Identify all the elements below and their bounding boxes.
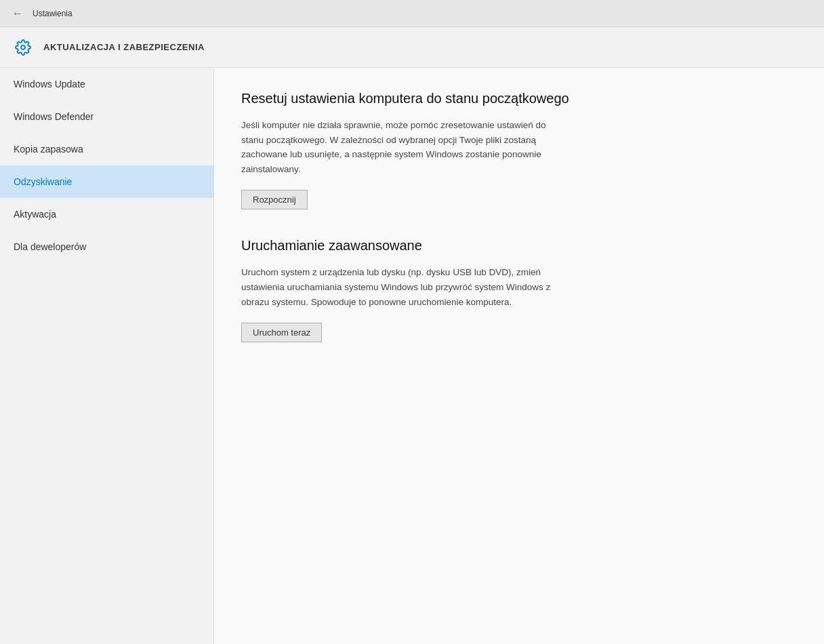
title-bar: ← Ustawienia <box>0 0 824 27</box>
sidebar-label-odzyskiwanie: Odzyskiwanie <box>14 176 72 187</box>
section-reset-description: Jeśli komputer nie działa sprawnie, może… <box>241 118 553 176</box>
content-area: Resetuj ustawienia komputera do stanu po… <box>214 68 824 644</box>
header-title: AKTUALIZACJA I ZABEZPIECZENIA <box>43 42 205 52</box>
section-advanced-description: Uruchom system z urządzenia lub dysku (n… <box>241 265 553 309</box>
sidebar-item-kopia-zapasowa[interactable]: Kopia zapasowa <box>0 133 213 165</box>
sidebar-label-aktywacja: Aktywacja <box>14 209 56 220</box>
back-button[interactable]: ← <box>8 4 27 23</box>
svg-point-0 <box>21 45 25 49</box>
back-arrow-icon: ← <box>12 7 23 20</box>
sidebar-item-dla-deweloperow[interactable]: Dla deweloperów <box>0 230 213 263</box>
title-bar-text: Ustawienia <box>33 9 73 18</box>
sidebar-item-windows-defender[interactable]: Windows Defender <box>0 100 213 133</box>
rozpocznij-button[interactable]: Rozpocznij <box>241 190 308 209</box>
sidebar-item-odzyskiwanie[interactable]: Odzyskiwanie <box>0 165 213 198</box>
sidebar-label-dla-deweloperow: Dla deweloperów <box>14 241 86 252</box>
sidebar-label-windows-update: Windows Update <box>14 79 85 89</box>
section-reset: Resetuj ustawienia komputera do stanu po… <box>241 89 797 209</box>
sidebar: Windows Update Windows Defender Kopia za… <box>0 68 214 644</box>
sidebar-item-windows-update[interactable]: Windows Update <box>0 68 213 100</box>
section-advanced-startup: Uruchamianie zaawansowane Uruchom system… <box>241 237 797 342</box>
sidebar-label-windows-defender: Windows Defender <box>14 111 94 122</box>
section-advanced-title: Uruchamianie zaawansowane <box>241 237 797 254</box>
main-layout: Windows Update Windows Defender Kopia za… <box>0 68 824 644</box>
sidebar-label-kopia-zapasowa: Kopia zapasowa <box>14 144 83 155</box>
sidebar-item-aktywacja[interactable]: Aktywacja <box>0 198 213 230</box>
header-bar: AKTUALIZACJA I ZABEZPIECZENIA <box>0 27 824 68</box>
section-reset-title: Resetuj ustawienia komputera do stanu po… <box>241 89 797 107</box>
settings-icon <box>11 35 35 60</box>
uruchom-teraz-button[interactable]: Uruchom teraz <box>241 323 322 342</box>
